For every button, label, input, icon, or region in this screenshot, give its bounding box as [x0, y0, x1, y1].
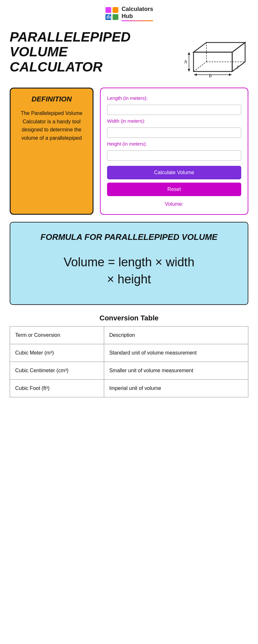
conversion-section: Conversion Table Term or Conversion Desc…: [10, 314, 248, 397]
formula-title: FORMULA FOR PARALLELEPIPED VOLUME: [41, 232, 218, 242]
svg-text:h: h: [184, 59, 187, 64]
svg-rect-6: [110, 16, 111, 19]
desc-cubic-meter: Standard unit of volume measurement: [104, 344, 248, 362]
desc-cubic-foot: Imperial unit of volume: [104, 379, 248, 397]
definition-title: DEFINITION: [32, 95, 72, 103]
two-col-section: DEFINITION The Parallelepiped Volume Cal…: [10, 88, 248, 215]
svg-line-11: [194, 62, 206, 71]
reset-button[interactable]: Reset: [107, 183, 241, 196]
width-input[interactable]: [107, 128, 241, 138]
volume-label: Volume:: [107, 201, 241, 207]
desc-cubic-centimeter: Smaller unit of volume measurement: [104, 362, 248, 379]
calculate-button[interactable]: Calculate Volume: [107, 166, 241, 179]
table-row: Cubic Foot (ft³) Imperial unit of volume: [10, 379, 248, 397]
formula-line1: Volume = length × width: [64, 255, 194, 269]
height-input[interactable]: [107, 150, 241, 161]
site-header: Calculators Hub: [105, 0, 153, 24]
formula-section: FORMULA FOR PARALLELEPIPED VOLUME Volume…: [10, 222, 248, 305]
calculator-box: Length (in meters): Width (in meters): H…: [100, 88, 248, 215]
header-description: Description: [104, 326, 248, 344]
conversion-table: Term or Conversion Description Cubic Met…: [10, 326, 248, 397]
term-cubic-centimeter: Cubic Centimeter (cm³): [10, 362, 104, 379]
height-label: Height (in meters):: [107, 141, 241, 147]
svg-rect-4: [107, 15, 108, 19]
svg-marker-8: [194, 43, 245, 52]
svg-text:b: b: [209, 73, 212, 78]
logo-hub: Hub: [122, 13, 153, 20]
term-cubic-meter: Cubic Meter (m³): [10, 344, 104, 362]
svg-rect-5: [108, 14, 109, 19]
svg-marker-9: [232, 43, 245, 71]
length-label: Length (in meters):: [107, 95, 241, 101]
svg-marker-18: [188, 52, 190, 55]
logo-icon: [105, 6, 119, 21]
formula-line2: × height: [107, 272, 151, 286]
page-title: PARALLELEPIPED VOLUME CALCULATOR: [10, 30, 132, 74]
table-header-row: Term or Conversion Description: [10, 326, 248, 344]
logo-underline: [122, 20, 153, 21]
header-term: Term or Conversion: [10, 326, 104, 344]
term-cubic-foot: Cubic Foot (ft³): [10, 379, 104, 397]
definition-box: DEFINITION The Parallelepiped Volume Cal…: [10, 88, 94, 215]
title-section: PARALLELEPIPED VOLUME CALCULATOR h b l: [10, 24, 248, 88]
table-row: Cubic Meter (m³) Standard unit of volume…: [10, 344, 248, 362]
formula-text: Volume = length × width × height: [64, 254, 194, 288]
svg-rect-3: [113, 14, 118, 20]
definition-text: The Parallelepiped Volume Calculator is …: [16, 109, 87, 142]
svg-rect-1: [113, 7, 118, 13]
width-label: Width (in meters):: [107, 118, 241, 124]
logo-calculators: Calculators: [122, 6, 153, 13]
svg-marker-19: [188, 69, 190, 71]
length-input[interactable]: [107, 105, 241, 115]
svg-marker-21: [194, 73, 197, 76]
conversion-title: Conversion Table: [10, 314, 248, 322]
svg-rect-0: [105, 7, 111, 13]
parallelepiped-diagram: h b l: [177, 33, 248, 84]
logo-text: Calculators Hub: [122, 6, 153, 21]
svg-marker-22: [229, 73, 232, 76]
table-row: Cubic Centimeter (cm³) Smaller unit of v…: [10, 362, 248, 379]
